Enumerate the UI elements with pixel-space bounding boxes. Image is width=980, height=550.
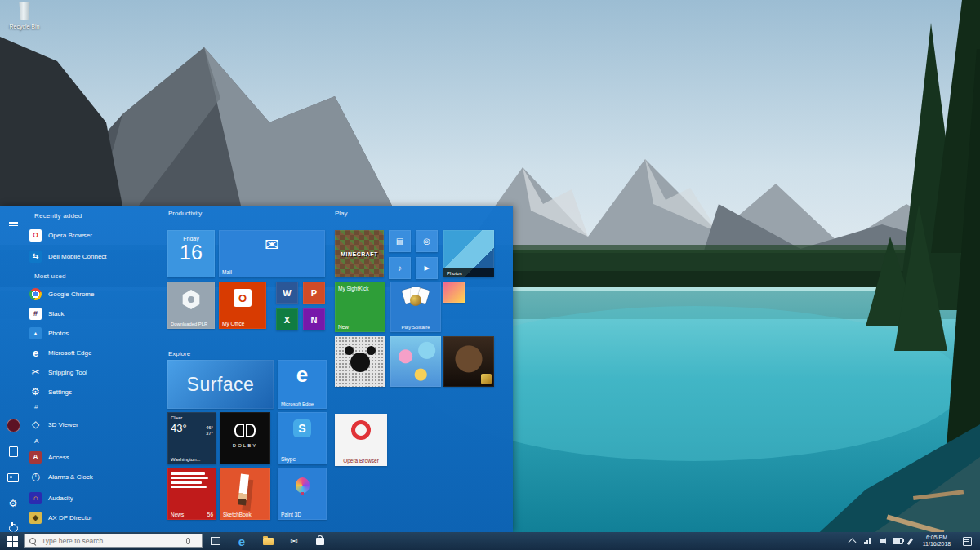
mickey-head — [350, 353, 370, 372]
tile-dolby[interactable]: DOLBY — [220, 412, 270, 464]
search-input[interactable] — [40, 536, 182, 546]
tile-paint-3d[interactable]: Paint 3D — [278, 468, 327, 520]
pictures-button[interactable] — [0, 467, 26, 488]
section-header-hash: # — [34, 403, 38, 410]
group-title-explore: Explore — [168, 350, 190, 357]
expand-menu-button[interactable] — [0, 212, 26, 233]
tile-calendar[interactable]: Friday 16 — [167, 230, 215, 277]
tile-surface[interactable]: Surface — [167, 360, 274, 409]
minecraft-wordmark: MINECRAFT — [341, 251, 378, 257]
tile-solitaire[interactable]: Play Solitaire — [390, 282, 441, 332]
documents-button[interactable] — [0, 441, 26, 462]
ax-dp-director-icon: ◈ — [29, 512, 42, 524]
tile-camera-small[interactable]: ◎ — [416, 230, 438, 252]
app-item-ax-dp-director[interactable]: ◈ AX DP Director — [29, 509, 158, 526]
excel-icon: X — [284, 315, 290, 325]
group-title-play: Play — [335, 210, 348, 217]
new-badge: New — [338, 324, 349, 330]
ink-workspace-button[interactable] — [905, 532, 915, 550]
pencil-icon — [238, 474, 249, 506]
tile-weather[interactable]: Clear 43° 46° 37° Washington... — [167, 412, 216, 464]
tile-sightkick[interactable]: My SightKick New — [335, 282, 385, 332]
app-item-alarms-clock[interactable]: ◷ Alarms & Clock — [29, 468, 158, 485]
opera-icon: O — [29, 229, 42, 242]
hex-nut-icon — [181, 290, 201, 309]
tile-sketchbook[interactable]: SketchBook — [220, 468, 270, 520]
powerpoint-icon: P — [311, 288, 317, 298]
tray-overflow-button[interactable] — [844, 532, 859, 550]
tile-my-office[interactable]: O My Office — [219, 282, 266, 329]
user-account-button[interactable] — [0, 415, 26, 436]
app-item-access[interactable]: A Access — [29, 449, 158, 465]
task-view-button[interactable] — [206, 532, 225, 550]
tile-downloaded-plr[interactable]: Downloaded PLR — [167, 282, 215, 329]
settings-button[interactable]: ⚙ — [0, 493, 26, 514]
app-item-dell-mobile-connect[interactable]: ⇆ Dell Mobile Connect — [29, 248, 158, 264]
tile-word[interactable]: W — [276, 282, 298, 304]
app-item-opera-browser[interactable]: O Opera Browser — [29, 227, 158, 243]
show-desktop-button[interactable] — [977, 532, 980, 550]
app-item-slack[interactable]: # Slack — [29, 305, 158, 322]
headline-line — [171, 486, 207, 489]
store-button[interactable] — [310, 532, 330, 550]
taskbar-mail-button[interactable]: ✉ — [284, 532, 304, 550]
pictures-icon — [7, 473, 19, 482]
edge-icon: e — [238, 535, 245, 548]
tile-fantasy-game[interactable] — [443, 336, 494, 387]
audacity-icon: ∩ — [29, 492, 42, 504]
file-explorer-button[interactable] — [258, 532, 278, 550]
hamburger-icon — [9, 218, 18, 228]
tile-opera-browser[interactable]: Opera Browser — [335, 414, 387, 466]
battery-tray-button[interactable] — [890, 532, 905, 550]
gear-icon: ⚙ — [9, 499, 18, 508]
start-button[interactable] — [0, 532, 24, 550]
tile-minecraft[interactable]: MINECRAFT — [335, 230, 384, 277]
start-menu: ⚙ Recently added O Opera Browser ⇆ Dell … — [0, 206, 513, 532]
alarms-clock-icon: ◷ — [29, 471, 42, 483]
tile-photos-live[interactable]: Photos — [443, 230, 494, 277]
tile-candy-small[interactable] — [443, 282, 465, 303]
weather-high: 46° — [206, 425, 213, 431]
access-icon: A — [29, 451, 42, 464]
network-tray-button[interactable] — [861, 532, 874, 550]
chevron-up-icon — [848, 539, 856, 547]
tile-powerpoint[interactable]: P — [303, 282, 325, 304]
clock-tray[interactable]: 6:05 PM 11/16/2018 — [916, 532, 957, 550]
app-item-3d-viewer[interactable]: ◇ 3D Viewer — [29, 416, 158, 432]
groove-music-icon: ♪ — [398, 264, 402, 273]
tile-skype[interactable]: S Skype — [278, 412, 327, 464]
tile-bubble-game[interactable] — [390, 336, 441, 387]
taskbar-search[interactable] — [24, 534, 203, 548]
app-item-settings[interactable]: ⚙ Settings — [29, 384, 158, 400]
mickey-ear — [345, 346, 354, 355]
app-item-microsoft-edge[interactable]: e Microsoft Edge — [29, 344, 158, 361]
gold-badge-icon — [481, 374, 492, 384]
tile-mail[interactable]: ✉ Mail — [219, 230, 325, 277]
app-item-audacity[interactable]: ∩ Audacity — [29, 490, 158, 506]
tile-store-small[interactable]: ▤ — [389, 230, 411, 252]
network-icon — [864, 538, 871, 544]
tile-excel[interactable]: X — [276, 308, 298, 330]
tile-mickey-game[interactable] — [335, 336, 385, 387]
snipping-tool-icon: ✂ — [29, 366, 42, 379]
action-center-button[interactable] — [959, 532, 975, 550]
taskbar-edge-button[interactable]: e — [232, 532, 252, 550]
tile-microsoft-edge[interactable]: e Microsoft Edge — [278, 360, 327, 409]
recycle-bin-shortcut[interactable]: Recycle Bin — [7, 0, 42, 36]
tile-movies-small[interactable]: ▶ — [416, 257, 438, 279]
section-header-a: A — [34, 437, 39, 445]
edge-e-icon: e — [278, 362, 327, 388]
tile-label: Play Solitaire — [390, 325, 441, 330]
tile-groove-small[interactable]: ♪ — [389, 257, 411, 279]
app-item-snipping-tool[interactable]: ✂ Snipping Tool — [29, 364, 158, 380]
tile-onenote[interactable]: N — [303, 308, 325, 330]
tile-news[interactable]: News 56 — [167, 468, 216, 520]
volume-tray-button[interactable] — [875, 532, 889, 550]
tray-time: 6:05 PM — [923, 534, 951, 542]
app-item-photos[interactable]: ▲ Photos — [29, 325, 158, 341]
app-item-google-chrome[interactable]: Google Chrome — [29, 286, 158, 302]
pen-icon — [906, 538, 912, 545]
volume-icon — [880, 539, 884, 543]
show-desktop-edge — [978, 532, 980, 550]
tile-label: Skype — [281, 456, 296, 462]
